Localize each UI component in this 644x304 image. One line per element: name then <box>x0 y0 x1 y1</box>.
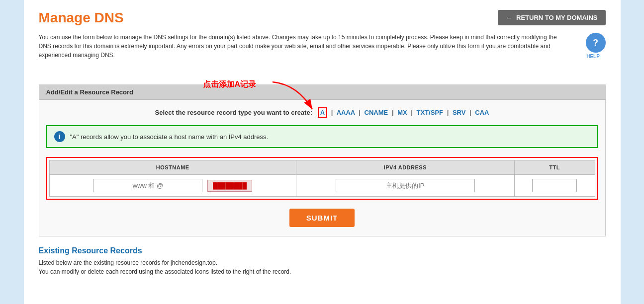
sep5: | <box>447 109 449 116</box>
page-title: Manage DNS <box>39 10 124 26</box>
header-row: Manage DNS ← RETURN TO MY DOMAINS <box>39 10 606 26</box>
record-type-caa-link[interactable]: CAA <box>475 109 489 116</box>
record-type-srv-link[interactable]: SRV <box>453 109 466 116</box>
sep6: | <box>469 109 471 116</box>
section-body: Select the resource record type you want… <box>39 100 605 236</box>
hostname-domain-extra: ████████ <box>207 180 252 192</box>
description-row: You can use the form below to manage the… <box>39 33 606 60</box>
help-container: ? HELP <box>581 33 606 59</box>
record-type-txtspf-link[interactable]: TXT/SPF <box>417 109 443 116</box>
arrow-left-icon: ← <box>506 14 512 21</box>
page-description: You can use the form below to manage the… <box>39 33 566 60</box>
ipv4-column-header: IPV4 ADDRESS <box>296 160 514 175</box>
record-type-aaaa-link[interactable]: AAAA <box>337 109 355 116</box>
help-label: HELP <box>586 54 600 59</box>
ttl-cell: 7207 <box>514 175 595 197</box>
form-outer: HOSTNAME IPV4 ADDRESS TTL ████████ <box>46 157 598 200</box>
help-icon[interactable]: ? <box>586 33 606 53</box>
ttl-column-header: TTL <box>514 160 595 175</box>
existing-section: Existing Resource Records Listed below a… <box>39 246 606 276</box>
sep3: | <box>392 109 394 116</box>
form-table: HOSTNAME IPV4 ADDRESS TTL ████████ <box>49 160 595 197</box>
sep2: | <box>359 109 361 116</box>
existing-desc-line1: Listed below are the existing resource r… <box>39 258 606 267</box>
return-to-domains-button[interactable]: ← RETURN TO MY DOMAINS <box>498 10 605 25</box>
submit-row: SUBMIT <box>46 209 598 227</box>
annotation-arrow-svg <box>268 79 327 119</box>
record-type-cname-link[interactable]: CNAME <box>365 109 388 116</box>
sep4: | <box>411 109 413 116</box>
return-button-label: RETURN TO MY DOMAINS <box>516 14 597 21</box>
annotation-chinese-text: 点击添加A记录 <box>203 79 257 90</box>
info-box: i "A" records allow you to associate a h… <box>46 125 598 148</box>
record-type-mx-link[interactable]: MX <box>397 109 407 116</box>
hostname-column-header: HOSTNAME <box>49 160 296 175</box>
page-wrapper: Manage DNS ← RETURN TO MY DOMAINS You ca… <box>24 0 621 304</box>
ipv4-input[interactable] <box>336 179 475 192</box>
existing-title: Existing Resource Records <box>39 246 606 255</box>
existing-desc-line2: You can modify or delete each record usi… <box>39 267 606 276</box>
sep1: | <box>331 109 333 116</box>
hostname-input[interactable] <box>93 179 202 192</box>
info-icon: i <box>54 131 65 142</box>
ttl-input[interactable]: 7207 <box>532 179 577 192</box>
ipv4-cell <box>296 175 514 197</box>
table-row: ████████ 7207 <box>49 175 595 197</box>
submit-button[interactable]: SUBMIT <box>289 209 355 227</box>
hostname-cell: ████████ <box>49 175 296 197</box>
table-header-row: HOSTNAME IPV4 ADDRESS TTL <box>49 160 595 175</box>
info-message: "A" records allow you to associate a hos… <box>70 133 269 141</box>
